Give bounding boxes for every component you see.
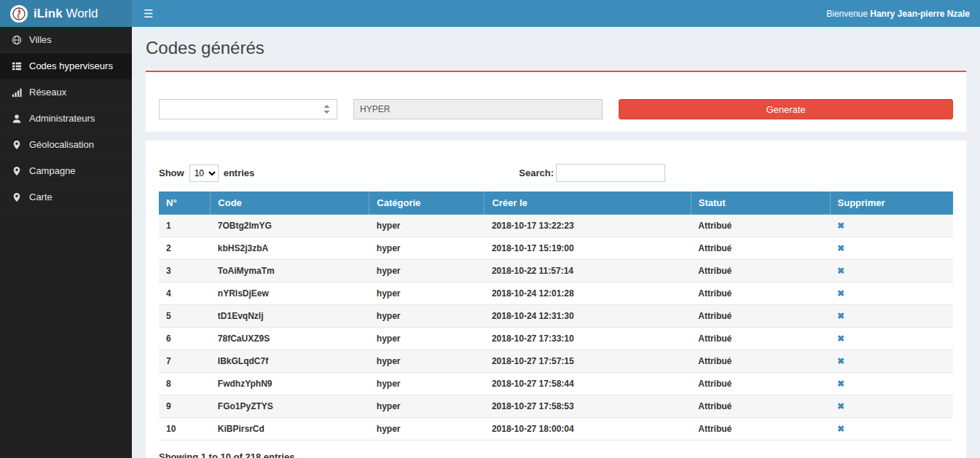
main-content: Codes générés Generate Show 10 entries S… (132, 27, 980, 458)
sidebar-item-label: Codes hyperviseurs (29, 60, 113, 71)
sidebar-item-codes-hyperviseurs[interactable]: Codes hyperviseurs (0, 53, 132, 79)
cell-category: hyper (369, 237, 485, 260)
sidebar-item-administrateurs[interactable]: Administrateurs (0, 106, 132, 132)
brand-area[interactable]: iLink World (0, 0, 132, 27)
header-num[interactable]: N° (159, 192, 211, 215)
cell-status: Attribué (691, 373, 830, 395)
cell-code: 78fCaUXZ9S (211, 328, 369, 350)
cell-code: nYRlsDjEew (211, 283, 369, 305)
navbar: ☰ Bienvenue Hanry Jean-pierre Nzale (132, 0, 980, 27)
generate-button[interactable]: Generate (619, 99, 953, 119)
sidebar-item-reseaux[interactable]: Réseaux (0, 79, 132, 106)
table-row: 9FGo1PyZTYShyper2018-10-27 17:58:53Attri… (159, 395, 953, 418)
cell-num: 3 (159, 260, 211, 283)
cell-delete: ✖ (830, 237, 953, 260)
cell-category: hyper (369, 215, 485, 237)
show-label: Show (159, 167, 184, 178)
generate-panel: Generate (146, 72, 966, 132)
cell-status: Attribué (691, 237, 830, 260)
sidebar-item-label: Carte (29, 192, 52, 202)
cell-num: 7 (159, 350, 211, 373)
delete-icon[interactable]: ✖ (837, 221, 844, 231)
sidebar-item-carte[interactable]: Carte (0, 184, 132, 210)
delete-icon[interactable]: ✖ (837, 424, 844, 434)
cell-delete: ✖ (830, 215, 953, 237)
delete-icon[interactable]: ✖ (837, 356, 844, 366)
user-icon (11, 114, 23, 124)
table-header-row: N° Code Catégorie Créer le Statut Suppri… (159, 192, 953, 215)
search-label: Search: (519, 167, 554, 178)
cell-created: 2018-10-24 12:01:28 (485, 283, 691, 305)
cell-created: 2018-10-27 17:33:10 (485, 328, 691, 350)
cell-num: 5 (159, 305, 211, 328)
delete-icon[interactable]: ✖ (837, 333, 844, 344)
cell-category: hyper (369, 305, 485, 328)
entries-label: entries (224, 167, 255, 178)
cell-code: tD1EvqNzlj (211, 305, 369, 328)
app-title-rest: World (63, 7, 98, 20)
table-row: 678fCaUXZ9Shyper2018-10-27 17:33:10Attri… (159, 328, 953, 350)
delete-icon[interactable]: ✖ (837, 401, 844, 411)
globe-icon (11, 35, 23, 45)
table-row: 8FwdhzYphN9hyper2018-10-27 17:58:44Attri… (159, 373, 953, 395)
category-input[interactable] (353, 99, 603, 119)
cell-created: 2018-10-17 15:19:00 (485, 237, 691, 260)
cell-code: FGo1PyZTYS (211, 395, 369, 418)
header-delete[interactable]: Supprimer (830, 192, 953, 215)
cell-code: kbHS2j3zbA (211, 237, 369, 260)
delete-icon[interactable]: ✖ (837, 288, 844, 299)
welcome-prefix: Bienvenue (826, 9, 870, 19)
delete-icon[interactable]: ✖ (837, 266, 844, 276)
cell-num: 10 (159, 418, 211, 441)
cell-created: 2018-10-27 17:58:44 (485, 373, 691, 395)
app-title: iLink World (34, 7, 98, 21)
table-row: 7IBkGLqdC7fhyper2018-10-27 17:57:15Attri… (159, 350, 953, 373)
cell-delete: ✖ (830, 373, 953, 395)
page-size-select[interactable]: 10 (189, 165, 219, 182)
cell-created: 2018-10-27 17:58:53 (485, 395, 691, 418)
cell-status: Attribué (691, 418, 830, 441)
cell-delete: ✖ (830, 283, 953, 305)
delete-icon[interactable]: ✖ (837, 311, 844, 321)
showing-info: Showing 1 to 10 of 218 entries (159, 451, 953, 458)
cell-status: Attribué (691, 283, 830, 305)
cell-category: hyper (369, 418, 485, 441)
delete-icon[interactable]: ✖ (837, 243, 844, 253)
code-count-input[interactable] (159, 99, 337, 119)
header-created[interactable]: Créer le (485, 192, 691, 215)
cell-num: 6 (159, 328, 211, 350)
header-category[interactable]: Catégorie (369, 192, 485, 215)
codes-table: N° Code Catégorie Créer le Statut Suppri… (159, 192, 953, 441)
cell-delete: ✖ (830, 260, 953, 283)
cell-delete: ✖ (830, 305, 953, 328)
cell-category: hyper (369, 350, 485, 373)
search-input[interactable] (556, 164, 665, 182)
sidebar-item-campagne[interactable]: Campagne (0, 158, 132, 184)
codes-table-body: 17OBtg2lmYGhyper2018-10-17 13:22:23Attri… (159, 215, 953, 441)
header-code[interactable]: Code (211, 192, 369, 215)
cell-status: Attribué (691, 395, 830, 418)
table-row: 10KiBPirsrCdhyper2018-10-27 18:00:04Attr… (159, 418, 953, 441)
cell-num: 2 (159, 237, 211, 260)
header-status[interactable]: Statut (691, 192, 830, 215)
marker-icon (11, 166, 23, 176)
cell-category: hyper (369, 260, 485, 283)
cell-delete: ✖ (830, 418, 953, 441)
cell-created: 2018-10-27 17:57:15 (485, 350, 691, 373)
sidebar-item-geolocalisation[interactable]: Géolocalisation (0, 132, 132, 158)
sidebar-item-label: Campagne (29, 165, 76, 176)
sidebar-item-label: Administrateurs (29, 113, 95, 124)
table-row: 4nYRlsDjEewhyper2018-10-24 12:01:28Attri… (159, 283, 953, 305)
sidebar-item-villes[interactable]: Villes (0, 27, 132, 53)
table-row: 5tD1EvqNzljhyper2018-10-24 12:31:30Attri… (159, 305, 953, 328)
table-row: 17OBtg2lmYGhyper2018-10-17 13:22:23Attri… (159, 215, 953, 237)
cell-created: 2018-10-27 18:00:04 (485, 418, 691, 441)
delete-icon[interactable]: ✖ (837, 379, 844, 389)
cell-category: hyper (369, 328, 485, 350)
cell-num: 1 (159, 215, 211, 237)
sidebar-toggle-icon[interactable]: ☰ (132, 0, 165, 27)
marker-icon (11, 192, 23, 202)
cell-status: Attribué (691, 215, 830, 237)
cell-created: 2018-10-17 13:22:23 (485, 215, 691, 237)
marker-icon (11, 140, 23, 150)
